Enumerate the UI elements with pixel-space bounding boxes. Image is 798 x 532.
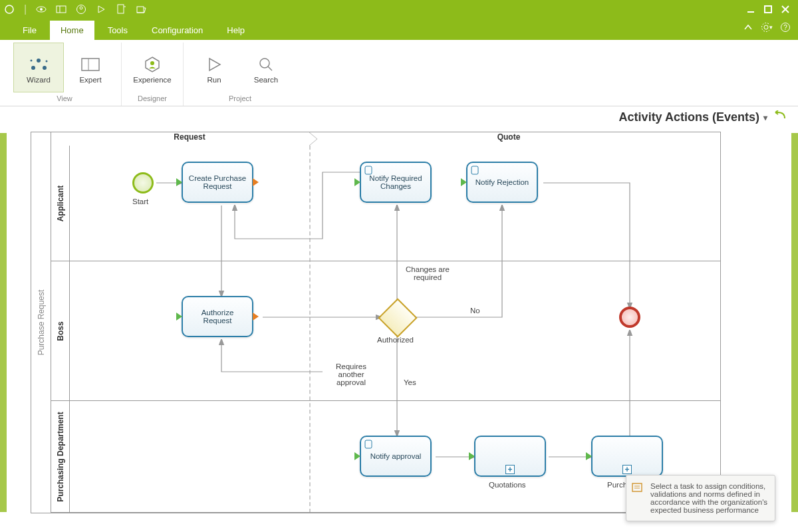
task-authorize-request[interactable]: Authorize Request <box>182 296 253 337</box>
ribbon-experience[interactable]: Experience <box>127 43 178 92</box>
task-notify-approval[interactable]: Notify approval <box>360 436 432 477</box>
user-circle-icon[interactable] <box>76 4 86 15</box>
panel-title-text: Activity Actions (Events) <box>619 110 759 124</box>
phase-request: Request <box>70 132 309 146</box>
open-doc-icon[interactable] <box>136 4 146 15</box>
menu-help[interactable]: Help <box>216 21 255 40</box>
menu-file[interactable]: File <box>12 21 47 40</box>
svg-rect-35 <box>365 166 372 174</box>
titlebar: | <box>0 0 798 19</box>
ribbon-group-view: View <box>57 92 72 106</box>
svg-rect-3 <box>57 6 66 13</box>
help-icon[interactable]: ? <box>779 21 791 33</box>
lane-boss[interactable]: Boss <box>51 261 720 401</box>
close-button[interactable] <box>777 1 794 18</box>
search-icon <box>257 55 275 74</box>
svg-point-0 <box>5 5 13 13</box>
gateway-label-no: No <box>470 307 480 315</box>
svg-rect-24 <box>82 59 99 70</box>
script-icon <box>471 166 479 175</box>
ribbon-group-project: Project <box>229 92 251 106</box>
task-create-purchase-request[interactable]: Create Purchase Request <box>182 162 253 203</box>
ribbon-run-label: Run <box>207 76 221 84</box>
panel-title[interactable]: Activity Actions (Events) ▾ <box>619 110 786 124</box>
diagram-canvas[interactable]: Activity Actions (Events) ▾ Purchase Req… <box>0 106 798 532</box>
lane-boss-label: Boss <box>56 321 65 340</box>
ribbon: Wizard Expert View Experience Designer R… <box>0 40 798 106</box>
menu-home[interactable]: Home <box>50 21 94 40</box>
svg-line-30 <box>268 66 272 70</box>
svg-point-29 <box>260 59 269 68</box>
svg-point-27 <box>150 61 154 65</box>
ribbon-group-designer: Designer <box>138 92 167 106</box>
subprocess-icon: + <box>622 465 632 474</box>
menu-configuration[interactable]: Configuration <box>141 21 213 40</box>
pool-label: Purchase Request <box>31 132 51 513</box>
task-quotations-label: Quotations <box>489 481 526 489</box>
ribbon-expert[interactable]: Expert <box>65 43 116 92</box>
svg-point-15 <box>764 25 768 29</box>
start-event-label: Start <box>132 198 148 205</box>
svg-point-22 <box>31 59 33 61</box>
subprocess-icon: + <box>505 465 515 474</box>
wizard-icon <box>27 55 51 74</box>
svg-rect-36 <box>471 166 478 174</box>
minimize-button[interactable] <box>742 1 759 18</box>
logo-icon <box>4 4 15 15</box>
svg-text:?: ? <box>783 24 787 31</box>
svg-point-6 <box>80 7 82 9</box>
ribbon-wizard[interactable]: Wizard <box>13 43 64 92</box>
ribbon-run[interactable]: Run <box>189 43 239 92</box>
ribbon-search[interactable]: Search <box>241 43 291 92</box>
svg-marker-7 <box>98 6 104 13</box>
new-doc-icon[interactable] <box>116 4 126 15</box>
svg-point-19 <box>31 66 35 70</box>
svg-rect-37 <box>365 440 372 448</box>
ribbon-wizard-label: Wizard <box>27 76 51 84</box>
svg-point-23 <box>46 60 48 62</box>
ribbon-search-label: Search <box>254 76 278 84</box>
pool-purchase-request[interactable]: Purchase Request Request Quote Applicant… <box>31 132 721 513</box>
svg-rect-8 <box>118 5 124 13</box>
end-event[interactable] <box>619 307 640 328</box>
eye-icon[interactable] <box>36 4 47 15</box>
svg-rect-10 <box>137 7 144 13</box>
play-icon[interactable] <box>96 4 106 15</box>
svg-rect-11 <box>747 11 754 13</box>
gear-icon[interactable]: ▾ <box>761 21 773 33</box>
gateway-label-changes: Changes are required <box>398 265 458 281</box>
chevron-up-icon[interactable] <box>742 21 754 33</box>
svg-point-2 <box>40 8 43 11</box>
expert-icon <box>80 55 100 74</box>
canvas-accent-left <box>0 133 7 512</box>
lane-purchasing-label: Purchasing Department <box>56 412 65 501</box>
phase-quote: Quote <box>316 132 702 146</box>
maximize-button[interactable] <box>759 1 777 18</box>
experience-icon <box>143 55 162 74</box>
help-tooltip: Select a task to assign conditions, vali… <box>626 475 775 521</box>
task-notify-rejection[interactable]: Notify Rejection <box>466 162 538 203</box>
svg-rect-12 <box>765 6 771 13</box>
gateway-label-requires-another: Requires another approval <box>328 362 374 386</box>
run-icon <box>205 55 223 74</box>
layout-icon[interactable] <box>56 4 66 15</box>
canvas-accent-right <box>791 133 798 512</box>
menu-tools[interactable]: Tools <box>97 21 138 40</box>
start-event[interactable] <box>132 172 154 194</box>
task-notify-required-changes[interactable]: Notify Required Changes <box>360 162 432 203</box>
gateway-label-authorized: Authorized <box>377 336 414 344</box>
svg-point-20 <box>43 66 47 70</box>
ribbon-expert-label: Expert <box>79 76 101 84</box>
gateway-label-yes: Yes <box>404 378 416 386</box>
script-icon <box>364 440 372 449</box>
tip-icon <box>632 482 644 494</box>
task-quotations[interactable]: + <box>474 436 546 477</box>
task-purchase[interactable]: + <box>591 436 663 477</box>
undo-icon[interactable] <box>771 110 786 124</box>
script-icon <box>364 166 372 175</box>
svg-point-21 <box>37 59 41 63</box>
svg-rect-38 <box>632 483 642 491</box>
dropdown-icon[interactable]: ▾ <box>763 113 767 122</box>
lane-applicant-label: Applicant <box>56 185 65 221</box>
tooltip-text: Select a task to assign conditions, vali… <box>650 482 767 514</box>
